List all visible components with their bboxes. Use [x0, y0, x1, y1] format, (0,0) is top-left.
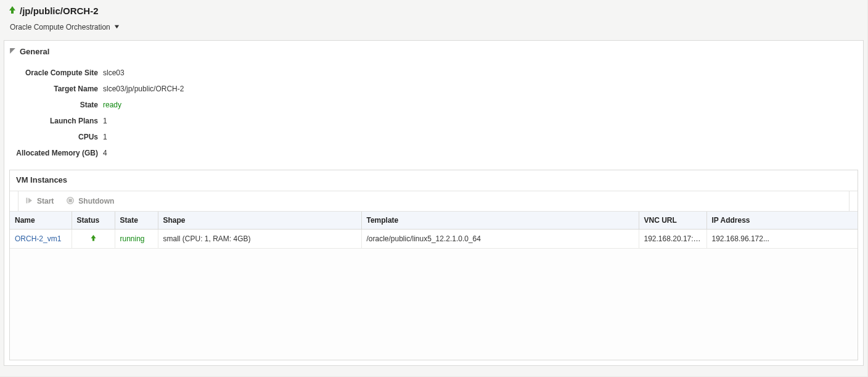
kv-value: slce03 [103, 68, 125, 77]
kv-label: Allocated Memory (GB) [4, 149, 103, 157]
kv-value: 4 [103, 149, 107, 157]
title-row: /jp/public/ORCH-2 [7, 5, 860, 17]
shutdown-button[interactable]: Shutdown [60, 191, 120, 211]
kv-row: CPUs 1 [4, 129, 863, 145]
kv-value: 1 [103, 133, 107, 141]
vm-instances-table: Name Status State Shape Template VNC URL… [10, 212, 858, 249]
kv-row: Launch Plans 1 [4, 113, 863, 129]
vm-instances-panel: VM Instances Start [9, 170, 858, 360]
status-up-arrow-icon [89, 235, 97, 244]
page-title: /jp/public/ORCH-2 [20, 6, 99, 16]
col-ip-address[interactable]: IP Address [706, 212, 858, 230]
state-value: running [120, 234, 145, 243]
kv-value: 1 [103, 117, 107, 125]
vm-toolbar: Start Shutdown [10, 191, 858, 212]
kv-label: CPUs [4, 133, 103, 141]
kv-value: slce03/jp/public/ORCH-2 [103, 85, 184, 93]
cell-shape: small (CPU: 1, RAM: 4GB) [158, 230, 361, 249]
cell-status [72, 230, 115, 249]
page-root: /jp/public/ORCH-2 Oracle Compute Orchest… [0, 0, 868, 377]
power-icon [66, 196, 75, 207]
general-section-header[interactable]: General [4, 41, 863, 62]
general-section-title: General [20, 47, 49, 56]
breadcrumb-menu[interactable]: Oracle Compute Orchestration [7, 23, 860, 31]
kv-row: Allocated Memory (GB) 4 [4, 145, 863, 161]
kv-value: ready [103, 101, 121, 109]
toolbar-left-spacer [10, 191, 18, 211]
svg-rect-2 [69, 199, 73, 202]
toolbar-right-spacer [849, 191, 858, 211]
kv-label: Launch Plans [4, 117, 103, 125]
start-button[interactable]: Start [18, 191, 60, 211]
vm-table-empty-area [10, 249, 858, 360]
kv-row: Oracle Compute Site slce03 [4, 65, 863, 81]
kv-row: State ready [4, 97, 863, 113]
col-vnc-url[interactable]: VNC URL [639, 212, 706, 230]
table-row[interactable]: ORCH-2_vm1 running small ( [10, 230, 858, 249]
vm-instances-title: VM Instances [10, 170, 858, 191]
page-header-area: /jp/public/ORCH-2 Oracle Compute Orchest… [0, 0, 867, 35]
start-button-label: Start [37, 197, 54, 205]
col-name[interactable]: Name [10, 212, 72, 230]
cell-template: /oracle/public/linux5_12.2.1.0.0_64 [361, 230, 639, 249]
kv-row: Target Name slce03/jp/public/ORCH-2 [4, 81, 863, 97]
shutdown-button-label: Shutdown [78, 197, 114, 205]
cell-name[interactable]: ORCH-2_vm1 [10, 230, 72, 249]
cell-ip: 192.168.96.172... [706, 230, 858, 249]
play-icon [25, 196, 33, 207]
general-properties: Oracle Compute Site slce03 Target Name s… [4, 62, 863, 170]
col-template[interactable]: Template [361, 212, 639, 230]
breadcrumb-label: Oracle Compute Orchestration [10, 23, 110, 31]
table-header-row: Name Status State Shape Template VNC URL… [10, 212, 858, 230]
cell-state: running [115, 230, 158, 249]
status-up-arrow-icon [7, 5, 17, 17]
cell-vnc-url: 192.168.20.17:5... [639, 230, 706, 249]
chevron-down-icon [114, 23, 120, 31]
content-panel: General Oracle Compute Site slce03 Targe… [4, 40, 864, 366]
col-shape[interactable]: Shape [158, 212, 361, 230]
col-state[interactable]: State [115, 212, 158, 230]
col-status[interactable]: Status [72, 212, 115, 230]
vm-name-link[interactable]: ORCH-2_vm1 [15, 234, 61, 243]
kv-label: Oracle Compute Site [4, 68, 103, 77]
kv-label: Target Name [4, 85, 103, 93]
svg-rect-0 [27, 197, 28, 203]
kv-label: State [4, 101, 103, 109]
disclosure-triangle-icon [9, 48, 16, 56]
